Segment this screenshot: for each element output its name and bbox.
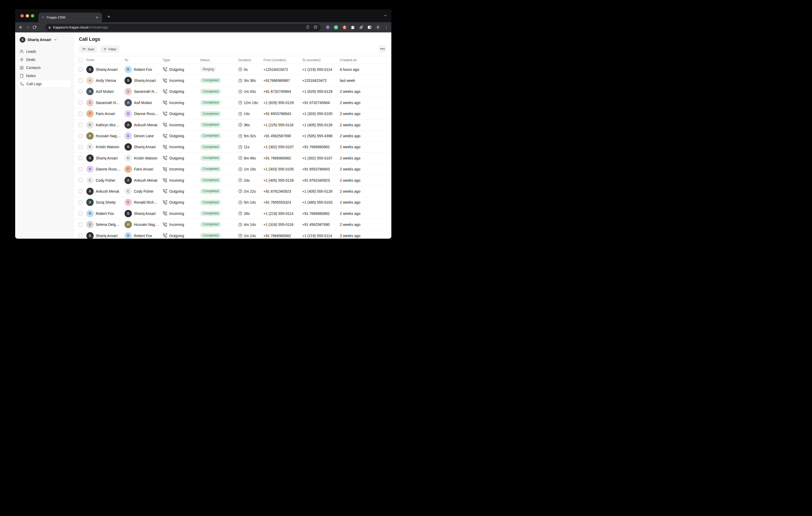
deals-icon (20, 58, 24, 62)
row-checkbox[interactable] (79, 134, 82, 138)
table-row[interactable]: H Hussain Nag… D Devon Lane Outgoing Com… (74, 130, 392, 142)
to-number: +1 (629) 555-0129 (302, 89, 340, 94)
table-row[interactable]: S Shariq Ansari R Robert Fox Outgoing Ri… (74, 64, 392, 75)
table-row[interactable]: S Savannah N… A Asif Mulani Incoming Com… (74, 97, 392, 108)
tab-close-icon[interactable]: ✕ (95, 15, 99, 20)
table-row[interactable]: A Asif Mulani S Savannah N… Outgoing Com… (74, 86, 392, 97)
phone-outgoing-icon (163, 234, 167, 238)
to-avatar: S (124, 77, 132, 84)
tab-strip-chevron-icon[interactable] (384, 13, 387, 18)
table-row[interactable]: S Suraj Shetty R Ronald Rich… Outgoing C… (74, 197, 392, 208)
address-bar[interactable]: frappecrm.frappe.cloud/crm/call-logs (45, 24, 321, 31)
back-button[interactable] (17, 24, 24, 31)
table-row[interactable]: D Dianne Russ… F Faris Ansari Incoming C… (74, 164, 392, 175)
row-checkbox[interactable] (79, 112, 82, 116)
to-name: Asif Mulani (134, 101, 152, 105)
browser-menu-icon[interactable] (384, 25, 389, 30)
table-row[interactable]: A Andy Viessa S Shariq Ansari Incoming C… (74, 75, 392, 86)
filter-button-label: Filter (109, 47, 116, 51)
from-name: Kathryn Mur… (96, 123, 119, 127)
grammarly-extension-icon[interactable]: G (334, 25, 339, 30)
call-type-label: Outgoing (169, 234, 184, 238)
call-type-label: Outgoing (169, 156, 184, 160)
table-body: S Shariq Ansari R Robert Fox Outgoing Ri… (74, 64, 392, 239)
lock-icon[interactable] (48, 26, 51, 29)
user-menu[interactable]: S Shariq Ansari (17, 37, 71, 43)
new-tab-button[interactable]: + (105, 13, 113, 20)
from-avatar: R (86, 210, 94, 217)
duration-label: 14s (244, 112, 250, 116)
row-checkbox[interactable] (79, 189, 82, 193)
reload-button[interactable] (31, 24, 38, 31)
to-avatar: A (124, 121, 132, 129)
row-checkbox[interactable] (79, 167, 82, 171)
from-avatar: D (86, 165, 94, 173)
from-number: +91 7666980882 (263, 156, 302, 160)
row-checkbox[interactable] (79, 201, 82, 205)
adblock-extension-icon[interactable] (342, 25, 347, 30)
created-on: 2 weeks ago (340, 189, 387, 193)
table-row[interactable]: S Shariq Ansari K Kristin Watson Outgoin… (74, 153, 392, 164)
table-row[interactable]: F Faris Ansari D Dianne Russ… Outgoing C… (74, 109, 392, 119)
clock-icon (238, 211, 242, 215)
row-checkbox[interactable] (79, 145, 82, 149)
leaf-extension-icon[interactable] (359, 25, 364, 30)
browser-profile-avatar[interactable]: S (375, 25, 380, 30)
table-row[interactable]: R Robert Fox S Shariq Ansari Incoming Co… (74, 208, 392, 219)
close-window-button[interactable] (21, 14, 24, 18)
row-checkbox[interactable] (79, 123, 82, 127)
zoom-window-button[interactable] (31, 14, 34, 18)
table-row[interactable]: C Cody Fisher A Ankush Menat Incoming Co… (74, 175, 392, 186)
row-checkbox[interactable] (79, 156, 82, 160)
row-checkbox[interactable] (79, 178, 82, 182)
table-row[interactable]: S Selena Delg… H Hussain Nag… Incoming C… (74, 219, 392, 230)
browser-tab[interactable]: F Frappe CRM ✕ (38, 12, 102, 22)
sort-button[interactable]: Sort (79, 45, 97, 53)
created-on: 2 weeks ago (340, 101, 387, 105)
from-name: Andy Viessa (96, 79, 116, 83)
select-all-checkbox[interactable] (79, 58, 82, 62)
clock-icon (238, 67, 242, 71)
duration-label: 2m 22s (244, 189, 256, 193)
more-options-button[interactable] (379, 45, 386, 53)
table-row[interactable]: S Shariq Ansari R Robert Fox Outgoing Co… (74, 230, 392, 239)
call-type-label: Incoming (169, 222, 184, 226)
clock-icon (238, 79, 242, 83)
to-number: +1 (405) 555-0128 (302, 189, 340, 193)
table-row[interactable]: K Kristin Watson S Shariq Ansari Incomin… (74, 142, 392, 153)
sidebar-item-leads[interactable]: Leads (17, 47, 71, 55)
created-on: 2 weeks ago (340, 167, 387, 171)
created-on: 2 weeks ago (340, 211, 387, 216)
table-row[interactable]: A Ankush Menat C Cody Fisher Outgoing Co… (74, 186, 392, 197)
from-avatar: S (86, 232, 94, 239)
phone-outgoing-icon (163, 67, 167, 72)
minimize-window-button[interactable] (26, 14, 29, 18)
clock-icon (238, 90, 242, 94)
row-checkbox[interactable] (79, 101, 82, 104)
status-badge: Completed (200, 222, 221, 227)
phone-outgoing-icon (163, 200, 167, 205)
row-checkbox[interactable] (79, 211, 82, 215)
row-checkbox[interactable] (79, 67, 82, 71)
octocat-extension-icon[interactable] (325, 25, 330, 30)
call-type-label: Outgoing (169, 112, 184, 116)
row-checkbox[interactable] (79, 90, 82, 94)
sidebar-item-notes[interactable]: Notes (17, 72, 71, 80)
extensions-puzzle-icon[interactable] (350, 25, 355, 30)
from-name: Shariq Ansari (96, 234, 117, 238)
row-checkbox[interactable] (79, 79, 82, 83)
sidebar-item-deals[interactable]: Deals (17, 55, 71, 63)
bookmark-star-icon[interactable] (313, 25, 318, 30)
row-checkbox[interactable] (79, 223, 82, 226)
sidebar-panel-icon[interactable] (367, 25, 372, 30)
status-badge: Completed (200, 133, 221, 139)
from-avatar: S (86, 221, 94, 228)
sidebar-item-contacts[interactable]: Contacts (17, 63, 71, 72)
filter-button[interactable]: Filter (100, 45, 120, 53)
share-icon[interactable] (306, 25, 310, 30)
row-checkbox[interactable] (79, 234, 82, 238)
sidebar-item-call-logs[interactable]: Call Logs (17, 80, 71, 88)
table-row[interactable]: K Kathryn Mur… A Ankush Menat Incoming C… (74, 119, 392, 130)
sort-icon (82, 47, 86, 51)
forward-button[interactable] (24, 24, 31, 31)
